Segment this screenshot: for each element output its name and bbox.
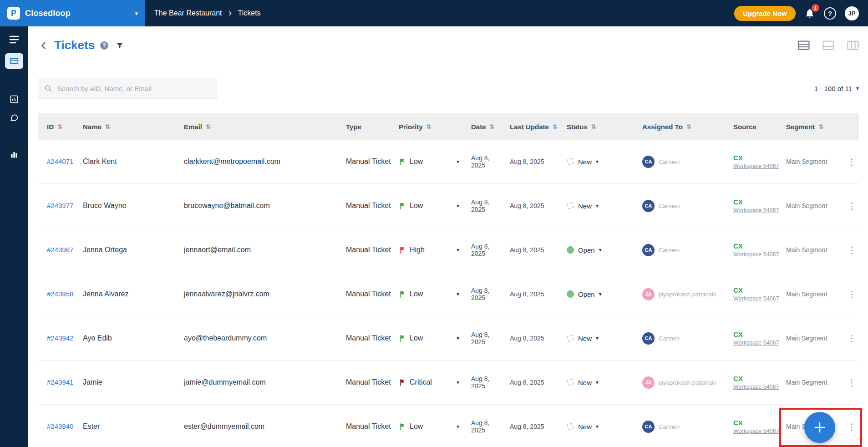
priority-cell[interactable]: Low ▾ (399, 290, 471, 298)
kebab-menu-icon[interactable]: ⋮ (845, 244, 859, 256)
priority-dropdown-caret[interactable]: ▾ (457, 379, 459, 386)
priority-cell[interactable]: High ▾ (399, 246, 471, 254)
table-row[interactable]: #243940 Ester ester@dummyemail.com Manua… (38, 405, 859, 447)
search-box[interactable] (38, 78, 217, 99)
priority-dropdown-caret[interactable]: ▾ (457, 291, 459, 297)
user-avatar[interactable]: JP (845, 6, 859, 20)
status-cell[interactable]: Open ▾ (567, 246, 642, 254)
sort-icon[interactable]: ⇅ (57, 123, 62, 130)
status-cell[interactable]: New ▾ (567, 158, 642, 166)
source-workspace-link[interactable]: Workspace 54067 (733, 340, 779, 346)
kebab-menu-icon[interactable]: ⋮ (845, 332, 859, 345)
assignee-cell[interactable]: CA Carmen (642, 332, 733, 345)
status-cell[interactable]: New ▾ (567, 335, 642, 342)
ticket-id-link[interactable]: #243977 (47, 202, 73, 209)
priority-cell[interactable]: Low ▾ (399, 422, 471, 431)
column-header-id[interactable]: ID⇅ (47, 123, 83, 131)
upgrade-now-button[interactable]: Upgrade Now (734, 6, 796, 21)
app-menu-caret-icon[interactable]: ▾ (135, 10, 138, 17)
kebab-menu-icon[interactable]: ⋮ (845, 421, 859, 433)
priority-dropdown-caret[interactable]: ▾ (457, 423, 459, 430)
priority-dropdown-caret[interactable]: ▾ (457, 158, 459, 165)
table-view-icon[interactable] (798, 41, 810, 50)
column-header-email[interactable]: Email⇅ (184, 123, 346, 131)
table-row[interactable]: #243977 Bruce Wayne brucewayne@batmail.c… (38, 184, 859, 228)
table-row[interactable]: #243942 Ayo Edib ayo@thebeardummy.com Ma… (38, 316, 859, 361)
sort-icon[interactable]: ⇅ (426, 123, 431, 130)
source-workspace-link[interactable]: Workspace 54067 (733, 251, 779, 258)
status-dropdown-caret[interactable]: ▾ (596, 158, 599, 165)
priority-dropdown-caret[interactable]: ▾ (457, 247, 459, 253)
column-header-name[interactable]: Name⇅ (83, 123, 184, 131)
status-cell[interactable]: New ▾ (567, 423, 642, 431)
sort-icon[interactable]: ⇅ (206, 123, 211, 130)
column-view-icon[interactable] (847, 41, 859, 50)
priority-cell[interactable]: Low ▾ (399, 202, 471, 210)
assignee-cell[interactable]: CA Carmen (642, 421, 733, 433)
table-row[interactable]: #243941 Jamie jamie@dummyemail.com Manua… (38, 361, 859, 405)
status-dropdown-caret[interactable]: ▾ (599, 291, 602, 297)
tickets-icon[interactable] (5, 53, 23, 69)
status-dropdown-caret[interactable]: ▾ (596, 203, 599, 209)
dashboard-icon[interactable] (10, 95, 19, 104)
status-cell[interactable]: New ▾ (567, 379, 642, 386)
compact-view-icon[interactable] (822, 41, 834, 50)
kebab-menu-icon[interactable]: ⋮ (845, 288, 859, 300)
search-input[interactable] (57, 85, 211, 92)
kebab-menu-icon[interactable]: ⋮ (845, 156, 859, 168)
column-header-assigned-to[interactable]: Assigned To⇅ (642, 123, 733, 131)
assignee-cell[interactable]: CA Carmen (642, 200, 733, 212)
ticket-id-link[interactable]: #243958 (47, 290, 73, 298)
source-workspace-link[interactable]: Workspace 54067 (733, 295, 779, 302)
kebab-menu-icon[interactable]: ⋮ (845, 376, 859, 389)
status-dropdown-caret[interactable]: ▾ (596, 335, 599, 341)
filter-icon[interactable] (116, 41, 124, 50)
help-button[interactable]: ? (824, 7, 836, 20)
kebab-menu-icon[interactable]: ⋮ (845, 200, 859, 212)
sort-icon[interactable]: ⇅ (686, 123, 691, 130)
analytics-icon[interactable] (10, 150, 19, 159)
back-button[interactable] (39, 41, 49, 51)
ticket-id-link[interactable]: #244071 (47, 157, 73, 165)
status-dropdown-caret[interactable]: ▾ (596, 423, 599, 430)
priority-dropdown-caret[interactable]: ▾ (457, 335, 459, 341)
column-header-status[interactable]: Status⇅ (567, 123, 642, 131)
column-header-date[interactable]: Date⇅ (471, 123, 510, 131)
menu-icon[interactable] (9, 36, 19, 44)
status-cell[interactable]: New ▾ (567, 202, 642, 210)
table-row[interactable]: #244071 Clark Kent clarkkent@metropoemai… (38, 140, 859, 184)
column-header-last-update[interactable]: Last Update⇅ (510, 123, 567, 131)
status-dropdown-caret[interactable]: ▾ (596, 379, 599, 386)
notifications-button[interactable]: 1 (804, 8, 815, 19)
sort-icon[interactable]: ⇅ (553, 123, 558, 130)
assignee-cell[interactable]: JA jayaprakash.pattanaik (642, 288, 733, 300)
pagination-dropdown[interactable]: 1 - 100 of 11 ▾ (814, 85, 859, 92)
table-row[interactable]: #243967 Jenna Ortega jennaort@email.com … (38, 228, 859, 272)
breadcrumb-parent[interactable]: The Bear Restaurant (154, 9, 222, 17)
table-row[interactable]: #243958 Jenna Alvarez jennaalvarez@jnalv… (38, 272, 859, 316)
add-ticket-fab[interactable] (804, 412, 835, 443)
source-workspace-link[interactable]: Workspace 54067 (733, 384, 779, 390)
ticket-id-link[interactable]: #243967 (47, 246, 73, 254)
assignee-cell[interactable]: CA Carmen (642, 156, 733, 168)
conversations-icon[interactable] (10, 113, 19, 122)
priority-cell[interactable]: Critical ▾ (399, 378, 471, 386)
source-workspace-link[interactable]: Workspace 54067 (733, 207, 779, 213)
sort-icon[interactable]: ⇅ (105, 123, 110, 130)
ticket-id-link[interactable]: #243942 (47, 334, 73, 342)
status-dropdown-caret[interactable]: ▾ (599, 247, 602, 253)
priority-cell[interactable]: Low ▾ (399, 157, 471, 166)
sort-icon[interactable]: ⇅ (818, 123, 823, 130)
priority-cell[interactable]: Low ▾ (399, 334, 471, 342)
column-header-priority[interactable]: Priority⇅ (399, 123, 471, 131)
priority-dropdown-caret[interactable]: ▾ (457, 203, 459, 209)
sort-icon[interactable]: ⇅ (591, 123, 596, 130)
assignee-cell[interactable]: JA jayaprakash.pattanaik (642, 376, 733, 389)
source-workspace-link[interactable]: Workspace 54067 (733, 428, 779, 434)
ticket-id-link[interactable]: #243940 (47, 422, 73, 430)
title-help-icon[interactable]: ? (100, 41, 108, 50)
app-logo-menu[interactable]: P Closedloop ▾ (0, 0, 145, 26)
ticket-id-link[interactable]: #243941 (47, 378, 73, 386)
source-workspace-link[interactable]: Workspace 54067 (733, 163, 779, 169)
sort-icon[interactable]: ⇅ (490, 123, 495, 130)
